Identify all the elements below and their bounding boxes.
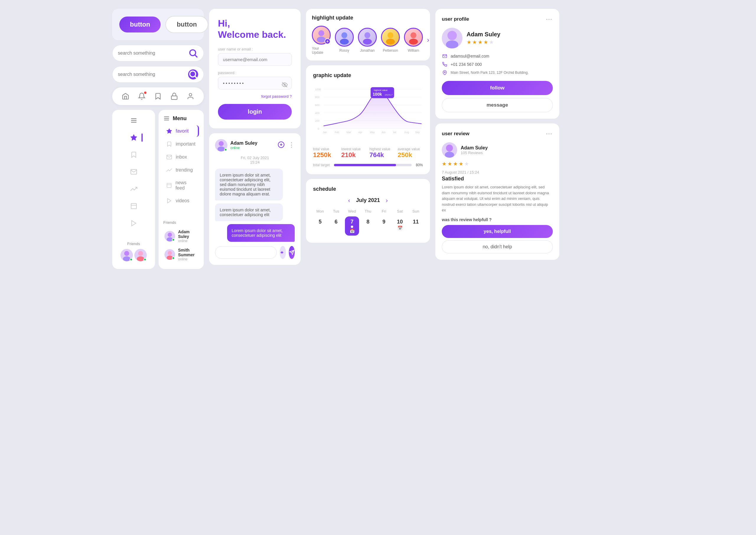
phone-icon <box>442 61 448 67</box>
story-rossy[interactable]: Rossy <box>335 28 354 53</box>
sidebar-friends-label: Friends <box>116 241 152 246</box>
svg-point-76 <box>447 31 457 41</box>
svg-point-15 <box>138 251 143 256</box>
svg-text:Jun: Jun <box>381 131 385 134</box>
yes-helpful-button[interactable]: yes, helpfull <box>442 225 553 238</box>
svg-point-75 <box>446 41 458 48</box>
login-card: Hi, Welcome back. user name or email : p… <box>209 9 301 128</box>
svg-text:1000: 1000 <box>315 88 321 91</box>
rev-star-2: ★ <box>447 161 452 167</box>
profile-phone-row: +01 234 567 000 <box>442 61 553 67</box>
cal-day-9[interactable]: 9 <box>377 216 391 236</box>
forgot-password-link[interactable]: forgot password ? <box>218 94 292 99</box>
add-chat-icon[interactable] <box>278 141 285 150</box>
reply-button[interactable] <box>280 246 286 259</box>
sidebar-bookmark-icon[interactable] <box>128 150 139 160</box>
svg-point-79 <box>445 152 454 158</box>
notification-icon[interactable] <box>136 91 147 101</box>
cal-dot-7 <box>351 226 353 228</box>
user-icon[interactable] <box>185 91 196 101</box>
star-5: ★ <box>489 39 494 45</box>
svg-marker-20 <box>167 129 172 133</box>
sidebar-mail-icon[interactable] <box>128 166 139 177</box>
story-row: + Your Update Rossy Jonathan <box>312 26 424 55</box>
search-input-1[interactable] <box>118 50 185 56</box>
story-your-update[interactable]: + Your Update <box>312 26 331 55</box>
cal-day-7[interactable]: 7 📅 <box>345 216 359 236</box>
message-button[interactable]: message <box>442 98 553 112</box>
svg-line-3 <box>195 76 197 78</box>
stat-lowest: lowest value 210k <box>341 147 367 159</box>
sidebar-play-icon[interactable] <box>128 218 139 229</box>
profile-card-header: user profile ⋯ <box>442 15 553 23</box>
sidebar-page-icon[interactable] <box>128 201 139 211</box>
review-section-title: user review <box>442 131 469 137</box>
story-petterson[interactable]: Petterson <box>381 28 400 53</box>
rev-star-5: ★ <box>464 161 469 167</box>
password-toggle-icon[interactable] <box>282 82 288 89</box>
no-helpful-button[interactable]: no, didn't help <box>442 240 553 253</box>
menu-item-trending[interactable]: trending <box>163 164 199 176</box>
svg-text:250%↗: 250%↗ <box>385 94 393 96</box>
cal-day-8[interactable]: 8 <box>361 216 375 236</box>
sidebar-menu: Menu favorit important inbox trending <box>158 110 204 269</box>
star-2: ★ <box>472 39 477 45</box>
cal-next-icon[interactable]: › <box>386 197 388 204</box>
password-group: password : <box>218 70 292 90</box>
stat-total: total value 1250k <box>313 147 338 159</box>
profile-name: Adam Suley <box>466 31 500 38</box>
cal-day-11[interactable]: 11 <box>409 216 423 236</box>
button-showcase: button button <box>112 9 204 40</box>
cal-day-10[interactable]: 10 📅 <box>393 216 407 236</box>
send-button[interactable] <box>289 246 295 259</box>
svg-point-39 <box>318 30 324 36</box>
chat-input-row <box>215 246 295 259</box>
cal-prev-icon[interactable]: ‹ <box>348 197 350 204</box>
svg-marker-9 <box>131 135 137 140</box>
svg-point-42 <box>340 39 349 44</box>
svg-text:100k: 100k <box>373 92 382 97</box>
menu-friend-2: Smith Summer online <box>163 245 199 264</box>
outline-button[interactable]: button <box>165 16 208 33</box>
svg-point-24 <box>168 233 172 237</box>
svg-rect-36 <box>281 251 283 254</box>
menu-item-inbox[interactable]: inbox <box>163 151 199 163</box>
story-jonathan[interactable]: Jonathan <box>358 28 377 53</box>
review-satisfied: Satisfied <box>442 176 553 182</box>
search-input-2[interactable] <box>118 72 185 77</box>
home-icon[interactable] <box>120 91 131 101</box>
lock-icon[interactable] <box>169 91 180 101</box>
bookmark-icon[interactable] <box>153 91 163 101</box>
hamburger-icon[interactable] <box>128 115 139 126</box>
svg-point-13 <box>124 251 129 256</box>
username-input[interactable] <box>218 53 292 66</box>
chat-actions: ⋮ <box>278 141 295 150</box>
filled-button[interactable]: button <box>119 16 161 33</box>
search-icon-1 <box>188 48 198 58</box>
cal-day-5[interactable]: 5 <box>313 216 327 236</box>
follow-button[interactable]: follow <box>442 81 553 95</box>
svg-text:highest value: highest value <box>374 89 388 92</box>
menu-item-news[interactable]: news feed <box>163 177 199 194</box>
password-input[interactable] <box>218 77 292 90</box>
star-4: ★ <box>484 39 488 45</box>
svg-text:Sep: Sep <box>415 131 420 134</box>
story-william[interactable]: William <box>404 28 423 53</box>
cal-event-icon-10: 📅 <box>394 226 406 230</box>
chat-input[interactable] <box>215 246 277 259</box>
review-more-icon[interactable]: ⋯ <box>546 130 553 138</box>
sidebar-star-icon[interactable] <box>128 132 139 143</box>
profile-more-icon[interactable]: ⋯ <box>546 15 553 23</box>
menu-item-important[interactable]: important <box>163 138 199 150</box>
menu-item-videos[interactable]: videos <box>163 195 199 207</box>
sidebar-trending-icon[interactable] <box>128 183 139 194</box>
story-next-icon[interactable]: › <box>427 36 429 44</box>
profile-avatar <box>442 28 462 48</box>
cal-day-6[interactable]: 6 <box>329 216 343 236</box>
login-button[interactable]: login <box>218 104 292 120</box>
svg-text:0: 0 <box>318 127 319 130</box>
menu-item-favorit[interactable]: favorit <box>163 125 199 137</box>
chart-area: 1000 800 600 400 200 0 <box>313 83 423 142</box>
chat-more-icon[interactable]: ⋮ <box>288 141 295 150</box>
profile-stars: ★ ★ ★ ★ ★ <box>466 39 500 45</box>
